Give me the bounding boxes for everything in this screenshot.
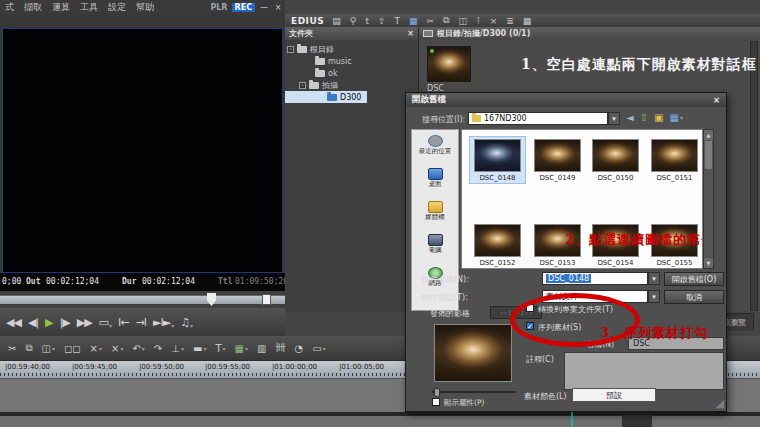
view-menu-icon[interactable]: ▦ [670,112,683,123]
properties-icon[interactable]: ≣ [506,16,514,26]
back-icon[interactable]: ◄ [626,112,634,123]
bin-scrollbar[interactable] [750,41,758,311]
split-cut-icon[interactable]: × [90,343,102,354]
mark-in-button[interactable]: I← [118,316,128,329]
scroll-thumb[interactable] [705,141,712,169]
cut-icon[interactable]: ✂ [426,16,434,26]
file-item[interactable]: DSC_0150 [588,137,643,183]
file-thumbnail[interactable] [651,139,698,172]
pin-icon[interactable]: ⊺ [476,16,481,26]
show-properties-checkbox[interactable] [432,398,440,406]
bin-clip-thumbnail[interactable] [427,46,471,82]
file-list-scrollbar[interactable]: ▲ ▼ [703,129,714,269]
folder-panel-close-icon[interactable]: × [407,29,414,38]
place-recent[interactable]: 最近的位置 [412,135,458,168]
display-mode-button[interactable]: ▭ [99,316,111,329]
tree-item-d300[interactable]: D300 [285,91,367,103]
paste-icon[interactable]: ◫ [42,343,55,354]
file-thumbnail[interactable] [534,139,581,172]
close-button[interactable]: × [273,3,283,12]
menu-item[interactable]: 設定 [103,1,131,14]
jump-to-edit-button[interactable]: ►I► [153,316,173,329]
preview-slider[interactable] [432,388,516,396]
place-desktop[interactable]: 桌面 [412,168,458,201]
player-mode-button[interactable]: PLR [210,3,227,12]
new-folder-icon[interactable]: ▣ [654,112,663,123]
mark-out-button[interactable]: →I [136,316,146,329]
tree-expander[interactable]: - [299,82,306,89]
redo-icon[interactable]: ↷ [154,343,162,354]
timeline-playhead[interactable] [571,412,573,427]
scrub-track[interactable] [0,295,285,304]
effects-icon[interactable]: ▦ [235,343,248,354]
tree-item-shoot[interactable]: - 拍攝 [285,79,418,91]
tree-item-root[interactable]: - 根目錄 [285,43,418,55]
resize-grip-icon[interactable]: ◢ [716,397,724,410]
menu-item[interactable]: 式 [0,1,19,14]
menu-item[interactable]: 擷取 [19,1,47,14]
scroll-up-icon[interactable]: ▲ [704,130,713,140]
position-bar[interactable] [0,291,285,308]
prev-frame-button[interactable]: ◀| [28,316,38,329]
look-in-dropdown-icon[interactable]: ▾ [608,112,620,125]
file-thumbnail[interactable] [592,139,639,172]
scroll-down-icon[interactable]: ▼ [704,258,713,268]
playhead-marker[interactable] [207,293,216,306]
file-type-dropdown-icon[interactable]: ▾ [648,290,660,303]
grid-icon[interactable]: ▥ [257,343,266,354]
menu-item[interactable]: 運算 [47,1,75,14]
tree-item-music[interactable]: music [285,55,418,67]
up-folder-icon[interactable]: ⇧ [640,112,648,123]
rewind-button[interactable]: ◀◀ [6,316,21,329]
file-item[interactable]: DSC_0149 [530,137,585,183]
slider-handle[interactable] [434,388,440,397]
minimize-button[interactable]: — [259,3,269,12]
out-point-marker[interactable] [262,294,271,305]
file-item[interactable]: DSC_0152 [470,222,525,268]
tree-expander[interactable]: - [287,46,294,53]
audio-button[interactable]: ♫ [180,316,192,329]
dialog-title-bar[interactable]: 開啟舊檔 × [406,93,726,107]
paste-icon[interactable]: ◫ [458,16,467,26]
copy-icon[interactable]: ⧉ [25,342,32,354]
split-add-icon[interactable]: × [111,343,123,354]
clock-icon[interactable]: ◔ [294,343,303,354]
comment-input[interactable] [564,352,724,390]
cut-icon[interactable]: ✂ [8,343,16,354]
look-in-combobox[interactable]: 167ND300 [468,112,608,125]
file-thumbnail[interactable] [474,224,521,257]
join-icon[interactable]: ▬ [193,343,206,354]
place-libraries[interactable]: 媒體櫃 [412,201,458,234]
title-icon[interactable]: T [394,16,400,26]
mixer-icon[interactable]: 卌 [275,341,285,355]
delete-icon[interactable]: × [490,16,498,26]
ripple-icon[interactable]: ◻◻ [64,343,81,354]
copy-icon[interactable]: ⧉ [443,15,449,26]
menu-item[interactable]: 幫助 [131,1,159,14]
folder-icon[interactable]: ▤ [332,16,341,26]
file-item[interactable]: DSC_0151 [647,137,702,183]
open-button[interactable]: 開啟舊檔(O) [664,272,724,286]
file-name-input[interactable]: DSC_0148 [542,272,648,285]
recorder-mode-button[interactable]: REC [232,3,256,12]
search-icon[interactable]: ⚲ [350,16,357,26]
title-icon[interactable]: T [215,343,225,354]
next-frame-button[interactable]: |▶ [60,316,70,329]
add-cut-point-icon[interactable]: ⊥ [171,343,184,354]
capture-icon[interactable]: ⇪ [378,16,386,26]
monitor-icon[interactable]: ▭ [312,343,325,354]
place-computer[interactable]: 電腦 [412,234,458,267]
tree-item-ok[interactable]: ok [285,67,418,79]
file-name-dropdown-icon[interactable]: ▾ [648,272,660,285]
menu-item[interactable]: 工具 [75,1,103,14]
undo-icon[interactable]: ↶ [132,343,144,354]
layouter-icon[interactable]: ▦ [409,16,418,26]
ffwd-button[interactable]: ▶▶ [77,316,92,329]
play-button[interactable]: ▶ [45,316,52,329]
dialog-close-icon[interactable]: × [713,95,720,105]
view-grid-icon[interactable]: ▦ [523,16,532,26]
cancel-button[interactable]: 取消 [664,290,724,304]
file-thumbnail[interactable] [474,139,521,172]
default-color-button[interactable]: 預設 [572,388,656,402]
lowercase-t-icon[interactable]: t [365,16,369,26]
